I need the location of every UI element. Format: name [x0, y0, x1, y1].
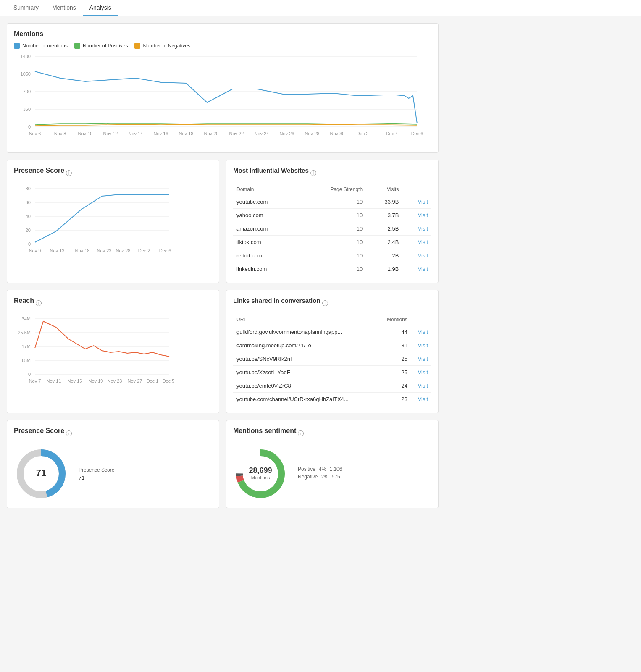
svg-text:0: 0	[28, 372, 31, 377]
svg-text:Nov 26: Nov 26	[280, 131, 294, 136]
domain-cell: reddit.com	[233, 249, 299, 262]
visit-link[interactable]: Visit	[402, 195, 431, 209]
visit-link[interactable]: Visit	[411, 379, 431, 393]
table-row: amazon.com 10 2.5B Visit	[233, 222, 431, 236]
svg-text:Nov 19: Nov 19	[89, 378, 103, 383]
legend-negatives: Number of Negatives	[134, 43, 190, 49]
sentiment-total-text: 28,699	[249, 466, 272, 475]
svg-text:Nov 8: Nov 8	[54, 131, 66, 136]
legend-mentions: Number of mentions	[14, 43, 68, 49]
donut-container: 71 Presence Score 71	[14, 446, 212, 501]
svg-text:Nov 15: Nov 15	[68, 378, 82, 383]
svg-text:20: 20	[26, 228, 31, 233]
svg-text:Nov 30: Nov 30	[330, 131, 345, 136]
visits-cell: 3.7B	[366, 209, 402, 222]
svg-text:Dec 2: Dec 2	[138, 248, 150, 253]
visit-link[interactable]: Visit	[402, 209, 431, 222]
reach-card: Reach i 34M 25.5M 17M 8.5M 0 Nov 7	[7, 290, 219, 413]
legend-mentions-label: Number of mentions	[22, 43, 68, 49]
svg-text:700: 700	[23, 89, 31, 94]
table-row: cardmaking.meetup.com/71/To 31 Visit	[233, 339, 431, 352]
visit-link[interactable]: Visit	[402, 249, 431, 262]
visit-link[interactable]: Visit	[402, 262, 431, 276]
mentions-cell: 25	[378, 352, 411, 366]
svg-text:17M: 17M	[22, 344, 31, 349]
visits-cell: 2B	[366, 249, 402, 262]
visit-link[interactable]: Visit	[402, 222, 431, 236]
svg-text:1050: 1050	[21, 71, 31, 76]
svg-text:Nov 13: Nov 13	[50, 248, 65, 253]
strength-cell: 10	[299, 249, 366, 262]
legend-positives: Number of Positives	[74, 43, 128, 49]
svg-text:0: 0	[28, 242, 31, 247]
svg-text:40: 40	[26, 214, 31, 219]
col-strength: Page Strength	[299, 184, 366, 195]
svg-text:60: 60	[26, 200, 31, 205]
svg-text:80: 80	[26, 186, 31, 191]
svg-text:8.5M: 8.5M	[21, 358, 31, 363]
visit-link[interactable]: Visit	[411, 326, 431, 339]
legend-positives-check	[74, 43, 80, 49]
svg-text:Nov 14: Nov 14	[129, 131, 143, 136]
svg-text:34M: 34M	[22, 316, 31, 321]
links-shared-info-icon[interactable]: i	[322, 300, 328, 306]
mentions-chart-card: Mentions Number of mentions Number of Po…	[7, 23, 439, 153]
svg-text:Nov 18: Nov 18	[179, 131, 194, 136]
mentions-sentiment-info-icon[interactable]: i	[298, 430, 304, 436]
mentions-sentiment-title: Mentions sentiment	[233, 427, 296, 435]
presence-score-card: Presence Score i 80 60 40 20 0 Nov 9	[7, 160, 219, 283]
visit-link[interactable]: Visit	[411, 352, 431, 366]
legend-negatives-check	[134, 43, 140, 49]
col-mentions: Mentions	[378, 314, 411, 326]
col-domain: Domain	[233, 184, 299, 195]
svg-text:Nov 20: Nov 20	[204, 131, 219, 136]
url-cell: youtube.com/channel/UCrR-rxa6qHhZaITX4..…	[233, 393, 378, 406]
tab-bar: Summary Mentions Analysis	[0, 0, 641, 16]
svg-text:Nov 23: Nov 23	[97, 248, 112, 253]
presence-score-donut-label: Presence Score	[79, 467, 114, 473]
legend-negatives-label: Number of Negatives	[143, 43, 190, 49]
tab-summary[interactable]: Summary	[7, 0, 45, 16]
table-row: linkedin.com 10 1.9B Visit	[233, 262, 431, 276]
col-visits: Visits	[366, 184, 402, 195]
presence-score-info-icon[interactable]: i	[66, 170, 72, 176]
presence-donut-svg: 71	[14, 446, 68, 501]
url-cell: cardmaking.meetup.com/71/To	[233, 339, 378, 352]
svg-text:Nov 22: Nov 22	[229, 131, 244, 136]
svg-text:Dec 5: Dec 5	[163, 378, 175, 383]
influential-websites-info-icon[interactable]: i	[310, 170, 316, 176]
svg-text:Nov 7: Nov 7	[29, 378, 41, 383]
strength-cell: 10	[299, 262, 366, 276]
tab-analysis[interactable]: Analysis	[83, 0, 118, 16]
visit-link[interactable]: Visit	[402, 236, 431, 249]
table-row: tiktok.com 10 2.4B Visit	[233, 236, 431, 249]
presence-score-donut-title: Presence Score	[14, 427, 64, 435]
svg-text:Dec 6: Dec 6	[411, 131, 423, 136]
url-cell: youtu.be/SNcV9Rfk2nI	[233, 352, 378, 366]
mentions-chart-area: 1400 1050 700 350 0 Nov 6 Nov 8 Nov 10	[14, 52, 431, 146]
visit-link[interactable]: Visit	[411, 366, 431, 379]
table-row: youtube.com 10 33.9B Visit	[233, 195, 431, 209]
visits-cell: 33.9B	[366, 195, 402, 209]
tab-mentions[interactable]: Mentions	[45, 0, 83, 16]
svg-text:Nov 28: Nov 28	[116, 248, 131, 253]
mentions-cell: 44	[378, 326, 411, 339]
visit-link[interactable]: Visit	[411, 339, 431, 352]
svg-text:25.5M: 25.5M	[18, 330, 31, 335]
reach-info-icon[interactable]: i	[36, 300, 42, 306]
svg-text:350: 350	[23, 107, 31, 112]
mentions-cell: 25	[378, 366, 411, 379]
svg-text:Nov 27: Nov 27	[128, 378, 142, 383]
sentiment-sub-text: Mentions	[251, 475, 270, 480]
visit-link[interactable]: Visit	[411, 393, 431, 406]
svg-text:0: 0	[28, 124, 31, 129]
domain-cell: linkedin.com	[233, 262, 299, 276]
presence-score-donut-info-icon[interactable]: i	[66, 430, 72, 436]
negative-pct: 2%	[321, 474, 328, 480]
influential-websites-title: Most Influential Websites	[233, 167, 309, 174]
svg-text:Nov 12: Nov 12	[103, 131, 118, 136]
table-row: guildford.gov.uk/commentonaplanningapp..…	[233, 326, 431, 339]
influential-websites-card: Most Influential Websites i Domain Page …	[226, 160, 439, 283]
reach-title: Reach	[14, 297, 34, 304]
mentions-chart-legend: Number of mentions Number of Positives N…	[14, 43, 431, 49]
